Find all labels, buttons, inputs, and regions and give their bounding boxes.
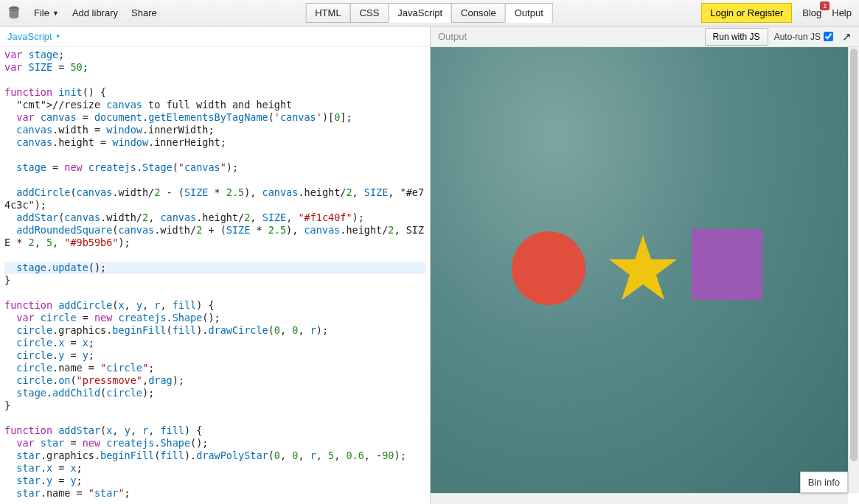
tab-css[interactable]: CSS [350, 3, 389, 23]
blog-badge: 1 [820, 1, 830, 10]
tab-javascript[interactable]: JavaScript [388, 3, 452, 23]
run-with-js-button[interactable]: Run with JS [705, 28, 768, 46]
expand-icon[interactable]: ↗ [842, 30, 852, 43]
login-register-button[interactable]: Login or Register [701, 3, 792, 23]
shape-circle[interactable] [512, 231, 585, 305]
workspace: JavaScript ▼ var stage; var SIZE = 50; f… [0, 27, 859, 504]
add-library-link[interactable]: Add library [72, 7, 118, 18]
blog-link[interactable]: Blog 1 [802, 7, 821, 18]
svg-marker-2 [609, 235, 677, 300]
tab-html[interactable]: HTML [305, 3, 350, 23]
vertical-scrollbar[interactable] [848, 47, 859, 493]
output-canvas[interactable] [431, 47, 848, 493]
autorun-checkbox[interactable] [824, 32, 833, 41]
output-pane: Output Run with JS Auto-run JS ↗ Bin inf… [431, 27, 859, 504]
tab-console[interactable]: Console [451, 3, 506, 23]
topbar-right: Login or Register Blog 1 Help [701, 3, 852, 23]
editor-pane: JavaScript ▼ var stage; var SIZE = 50; f… [0, 27, 431, 504]
autorun-label: Auto-run JS [774, 32, 821, 42]
tab-output[interactable]: Output [505, 3, 553, 23]
file-menu-label: File [34, 7, 49, 18]
jsbin-logo-icon[interactable] [7, 6, 21, 21]
editor-language-dropdown[interactable]: JavaScript ▼ [0, 27, 430, 47]
blog-label: Blog [802, 7, 821, 18]
caret-down-icon: ▼ [52, 10, 59, 17]
shape-star[interactable] [606, 231, 680, 305]
topbar: File ▼ Add library Share HTML CSS JavaSc… [0, 0, 859, 27]
scrollbar-thumb[interactable] [850, 49, 858, 461]
output-title: Output [438, 31, 699, 42]
output-header: Output Run with JS Auto-run JS ↗ [431, 27, 859, 47]
help-link[interactable]: Help [832, 7, 852, 18]
share-link[interactable]: Share [131, 7, 157, 18]
shape-square[interactable] [692, 229, 762, 300]
bin-info-tooltip[interactable]: Bin info [800, 472, 848, 493]
caret-down-icon: ▼ [55, 33, 61, 40]
horizontal-scrollbar[interactable] [431, 493, 848, 504]
code-editor[interactable]: var stage; var SIZE = 50; function init(… [0, 47, 430, 504]
topbar-left: File ▼ Add library Share [7, 6, 157, 21]
editor-language-label: JavaScript [7, 31, 52, 42]
output-body: Bin info [431, 47, 859, 504]
panel-tabs: HTML CSS JavaScript Console Output [306, 3, 553, 23]
file-menu[interactable]: File ▼ [34, 7, 59, 18]
autorun-toggle[interactable]: Auto-run JS [774, 32, 833, 42]
